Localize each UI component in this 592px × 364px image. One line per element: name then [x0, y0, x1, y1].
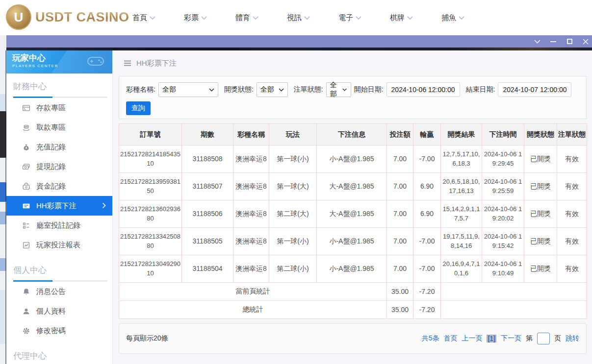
- close-icon[interactable]: [582, 38, 589, 45]
- nav-label: 捕魚: [441, 13, 456, 23]
- maximize-icon[interactable]: [566, 38, 573, 45]
- nav-item-fishing[interactable]: 捕魚: [441, 13, 464, 23]
- page-header: HH彩票下注: [113, 50, 592, 76]
- sidebar-item-profile[interactable]: 個人資料: [6, 301, 112, 321]
- table-cell: -7.00: [413, 255, 441, 283]
- chevron-down-icon: [150, 16, 155, 20]
- table-cell: 已開獎: [524, 255, 557, 283]
- section-title: 個人中心: [13, 265, 105, 276]
- nav-item-home[interactable]: 首頁: [132, 13, 155, 23]
- minimize-icon[interactable]: [550, 38, 557, 45]
- sidebar-item-funds-record[interactable]: 資金記錄: [6, 176, 112, 196]
- table-cell: -7.00: [413, 146, 441, 173]
- nav-item-video[interactable]: 視訊: [287, 13, 310, 23]
- table-cell: 大-A盤@1.985: [317, 173, 387, 200]
- withdraw-icon: [22, 123, 30, 132]
- prev-page-link[interactable]: 上一页: [462, 334, 482, 343]
- draw-status-select[interactable]: 全部: [257, 82, 288, 97]
- col-header-period: 期數: [182, 124, 233, 146]
- sidebar-item-recharge-record[interactable]: 充值記錄: [6, 137, 112, 157]
- sidebar-item-announcements[interactable]: 消息公告: [6, 282, 112, 301]
- col-header-bet-amount: 投注額: [387, 124, 413, 146]
- top-nav: 首頁 彩票 體育 視訊 電子 棋牌: [132, 0, 464, 35]
- window-body: 玩家中心 PLAYERS CENTER 財務中心 存款專區: [6, 50, 592, 364]
- select-value: 全部: [330, 81, 343, 98]
- logo-coin-icon: U: [6, 4, 31, 30]
- window-titlebar: [6, 35, 592, 48]
- nav-item-sports[interactable]: 體育: [235, 13, 258, 23]
- sidebar-item-withdraw[interactable]: 取款專區: [6, 118, 112, 137]
- nav-label: 體育: [235, 13, 250, 23]
- search-button[interactable]: 查詢: [126, 101, 151, 115]
- sidebar-item-label: 消息公告: [36, 287, 66, 296]
- table-cell: 有效: [557, 173, 587, 200]
- sidebar-item-deposit[interactable]: 存款專區: [6, 98, 112, 118]
- table-cell: 第一球(小): [269, 228, 317, 255]
- table-cell: 已開獎: [524, 228, 557, 255]
- nav-item-chess[interactable]: 棋牌: [390, 13, 413, 23]
- order-status-label: 注單狀態:: [294, 85, 323, 94]
- site-logo[interactable]: U USDT CASINO: [6, 4, 129, 30]
- end-date-input[interactable]: [498, 82, 571, 97]
- chevron-down-icon: [279, 88, 284, 92]
- table-cell: 7.00: [387, 255, 413, 283]
- summary-empty: [441, 283, 587, 301]
- lottery-name-select[interactable]: 全部: [158, 82, 218, 97]
- nav-item-electronic[interactable]: 電子: [338, 13, 361, 23]
- table-cell: 第一球(大): [269, 173, 317, 200]
- table-header-row: 訂單號 期數 彩種名稱 玩法 下注信息 投注額 輸贏 開獎結果 下注時間 開獎狀…: [119, 124, 587, 146]
- summary-winloss-total: -7.20: [413, 301, 441, 319]
- nav-label: 棋牌: [390, 13, 405, 23]
- start-date-label: 開始日期:: [354, 85, 384, 94]
- end-date-label: 結束日期:: [466, 85, 495, 94]
- start-date-input[interactable]: [386, 82, 460, 97]
- table-cell: 2152172821334250880: [119, 228, 182, 255]
- sidebar-item-change-password[interactable]: 修改密碼: [6, 321, 112, 340]
- collapse-icon[interactable]: [534, 38, 541, 45]
- sidebar-item-label: HH彩票下注: [36, 201, 77, 211]
- table-cell: 2152172821304929010: [119, 255, 182, 283]
- chevron-down-icon: [407, 16, 413, 20]
- grand-summary-row: 總統計 35.00 -7.20: [119, 301, 587, 319]
- report-icon: [22, 241, 30, 249]
- table-body: 215217282141854351031188508澳洲幸运8第一球(小)小-…: [119, 146, 587, 283]
- chevron-right-icon: [102, 202, 106, 209]
- next-page-link[interactable]: 下一页: [501, 334, 521, 343]
- table-cell: 第二球(小): [269, 255, 317, 283]
- sidebar-item-hh-lottery-bet[interactable]: HH彩票下注: [6, 196, 112, 216]
- table-cell: 7.00: [387, 228, 413, 255]
- page-jump-input[interactable]: [537, 333, 550, 344]
- sidebar-item-label: 取款專區: [36, 123, 66, 132]
- summary-bet-total: 35.00: [387, 283, 413, 301]
- table-cell: 已開獎: [524, 173, 557, 200]
- table-cell: 20,6,5,18,10,17,16,13: [441, 173, 482, 200]
- nav-item-lottery[interactable]: 彩票: [184, 13, 207, 23]
- main-content: HH彩票下注 彩種名稱: 全部 開獎狀態: 全部: [113, 50, 592, 364]
- table-cell: 31188505: [182, 228, 233, 255]
- sidebar-item-player-bet-report[interactable]: 玩家投注報表: [6, 235, 112, 255]
- order-status-select[interactable]: 全部: [326, 82, 351, 97]
- jump-suffix-text: 页: [554, 334, 561, 343]
- summary-label: 當前頁統計: [119, 283, 387, 301]
- lottery-ticket-icon: [22, 201, 30, 210]
- jump-action-link[interactable]: 跳转: [566, 334, 579, 343]
- sidebar: 玩家中心 PLAYERS CENTER 財務中心 存款專區: [6, 50, 113, 364]
- sidebar-item-label: 個人資料: [36, 307, 66, 316]
- table-cell: 已開獎: [524, 146, 557, 173]
- sidebar-item-cashout-record[interactable]: 提現記錄: [6, 157, 112, 176]
- current-page-badge: [1]: [487, 335, 496, 342]
- screen: U USDT CASINO 首頁 彩票 體育 視訊 電子: [0, 0, 592, 364]
- hamburger-menu-icon[interactable]: [124, 60, 131, 66]
- table-cell: 7.00: [387, 146, 413, 173]
- table-cell: 6.90: [413, 200, 441, 228]
- table-cell: 澳洲幸运8: [233, 255, 269, 283]
- nav-label: 視訊: [287, 13, 302, 23]
- first-page-link[interactable]: 首页: [443, 334, 457, 343]
- section-title: 代理中心: [13, 350, 105, 362]
- bet-records-table: 訂單號 期數 彩種名稱 玩法 下注信息 投注額 輸贏 開獎結果 下注時間 開獎狀…: [119, 123, 587, 319]
- sidebar-section-finance: 財務中心: [6, 73, 112, 98]
- summary-bet-total: 35.00: [387, 301, 413, 319]
- recharge-record-icon: [22, 143, 30, 151]
- table-cell: 20,16,9,4,7,10,1,6: [441, 255, 482, 283]
- sidebar-item-hall-bet-record[interactable]: 廳室投註記錄: [6, 216, 112, 235]
